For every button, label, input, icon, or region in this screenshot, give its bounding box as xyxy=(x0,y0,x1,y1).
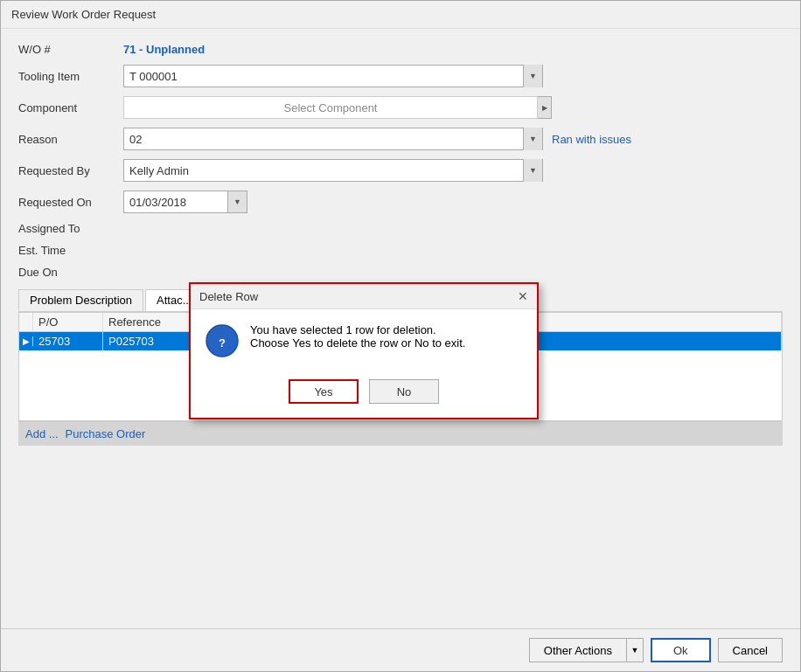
other-actions-button[interactable]: Other Actions xyxy=(529,638,626,662)
other-actions-split: Other Actions ▼ xyxy=(529,638,644,662)
dialog-overlay: Delete Row ✕ ? You have selected 1 row f… xyxy=(1,29,800,628)
dialog-close-btn[interactable]: ✕ xyxy=(518,289,528,303)
main-window: Review Work Order Request W/O # 71 - Unp… xyxy=(0,0,801,672)
bottom-buttons: Other Actions ▼ Ok Cancel xyxy=(1,628,800,671)
cancel-button[interactable]: Cancel xyxy=(718,638,783,662)
svg-text:?: ? xyxy=(219,336,226,350)
delete-row-dialog: Delete Row ✕ ? You have selected 1 row f… xyxy=(189,282,539,419)
other-actions-arrow[interactable]: ▼ xyxy=(626,638,644,662)
dialog-title: Delete Row xyxy=(199,290,258,303)
dialog-body: ? You have selected 1 row for deletion. … xyxy=(191,309,537,372)
dialog-buttons: Yes No xyxy=(191,372,537,418)
dialog-message-line2: Choose Yes to delete the row or No to ex… xyxy=(250,336,465,350)
question-icon: ? xyxy=(205,323,240,358)
form-content: W/O # 71 - Unplanned Tooling Item T 0000… xyxy=(1,29,800,628)
ok-button[interactable]: Ok xyxy=(651,638,711,662)
dialog-message: You have selected 1 row for deletion. Ch… xyxy=(250,323,465,350)
dialog-title-bar: Delete Row ✕ xyxy=(191,284,537,309)
dialog-message-line1: You have selected 1 row for deletion. xyxy=(250,323,465,336)
dialog-no-button[interactable]: No xyxy=(369,379,439,404)
window-title: Review Work Order Request xyxy=(11,8,156,21)
title-bar: Review Work Order Request xyxy=(1,1,800,29)
dialog-yes-button[interactable]: Yes xyxy=(289,379,359,404)
